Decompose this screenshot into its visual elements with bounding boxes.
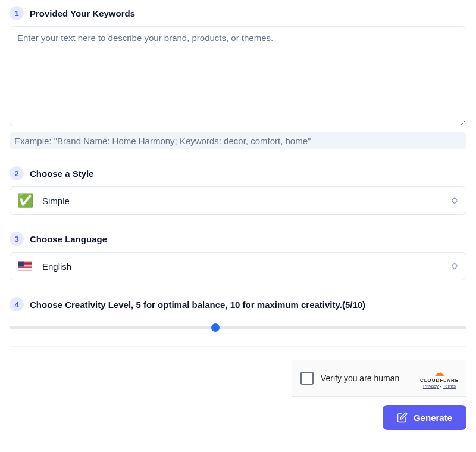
step-number-badge: 1 — [10, 6, 24, 20]
creativity-slider[interactable] — [10, 326, 466, 329]
footer: Verify you are human ☁ CLOUDFLARE Privac… — [10, 346, 466, 430]
captcha-links: Privacy • Terms — [423, 384, 456, 389]
section-title: Choose a Style — [30, 169, 94, 179]
svg-rect-6 — [18, 269, 32, 270]
step-number-badge: 2 — [10, 166, 24, 180]
section-header: 3 Choose Language — [10, 232, 466, 246]
generate-button-label: Generate — [414, 413, 452, 423]
us-flag-icon — [18, 260, 32, 273]
select-content: English — [18, 260, 71, 273]
section-language: 3 Choose Language English — [10, 232, 466, 280]
style-selected-label: Simple — [42, 196, 70, 206]
example-text: "Brand Name: Home Harmony; Keywords: dec… — [52, 136, 311, 146]
language-selected-label: English — [42, 261, 71, 272]
language-select[interactable]: English — [10, 252, 466, 280]
section-header: 4 Choose Creativity Level, 5 for optimal… — [10, 297, 466, 311]
captcha-brand: ☁ CLOUDFLARE Privacy • Terms — [420, 367, 459, 389]
section-title: Choose Creativity Level, 5 for optimal b… — [30, 300, 365, 310]
edit-icon — [397, 412, 408, 423]
chevron-up-down-icon — [452, 197, 458, 204]
section-header: 1 Provided Your Keywords — [10, 6, 466, 20]
step-number-badge: 4 — [10, 297, 24, 311]
section-header: 2 Choose a Style — [10, 166, 466, 180]
svg-rect-7 — [18, 262, 24, 267]
svg-rect-4 — [18, 267, 32, 267]
generate-button[interactable]: Generate — [383, 405, 466, 430]
captcha-checkbox[interactable] — [300, 372, 314, 385]
example-prefix: Example: — [14, 136, 52, 146]
chevron-up-down-icon — [452, 263, 458, 270]
section-creativity: 4 Choose Creativity Level, 5 for optimal… — [10, 297, 466, 329]
section-keywords: 1 Provided Your Keywords Example: "Brand… — [10, 6, 466, 149]
terms-link[interactable]: Terms — [443, 384, 456, 389]
keywords-example: Example: "Brand Name: Home Harmony; Keyw… — [10, 132, 466, 149]
step-number-badge: 3 — [10, 232, 24, 246]
section-title: Provided Your Keywords — [30, 8, 135, 18]
cloudflare-logo-icon: ☁ CLOUDFLARE — [420, 367, 459, 383]
checkmark-icon: ✅ — [18, 194, 32, 207]
keywords-textarea[interactable] — [10, 26, 466, 126]
privacy-link[interactable]: Privacy — [423, 384, 439, 389]
captcha-label: Verify you are human — [321, 373, 413, 383]
style-select[interactable]: ✅ Simple — [10, 186, 466, 215]
slider-thumb[interactable] — [211, 323, 220, 332]
captcha-widget: Verify you are human ☁ CLOUDFLARE Privac… — [292, 360, 466, 397]
section-style: 2 Choose a Style ✅ Simple — [10, 166, 466, 215]
section-title: Choose Language — [30, 234, 107, 244]
select-content: ✅ Simple — [18, 194, 70, 207]
svg-rect-5 — [18, 268, 32, 269]
